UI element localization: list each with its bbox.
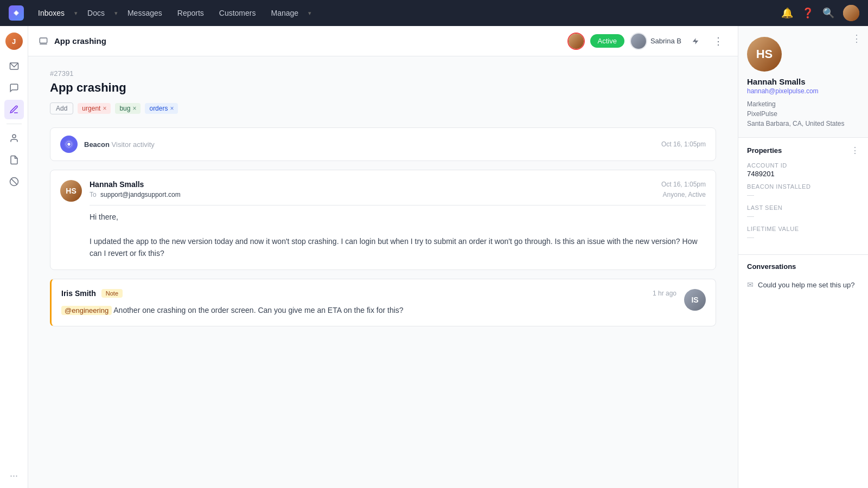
left-sidebar: J ··· (0, 26, 28, 488)
tag-add-button[interactable]: Add (50, 102, 73, 114)
sender-avatar-header[interactable] (567, 33, 585, 50)
nav-manage[interactable]: Manage (265, 5, 304, 21)
notifications-icon[interactable]: 🔔 (781, 7, 793, 19)
bolt-button[interactable] (687, 33, 704, 50)
agent-avatar-header[interactable] (630, 33, 647, 50)
conversation-header-actions: Active Sabrina B ⋮ (567, 33, 727, 50)
contact-detail: Marketing PixelPulse Santa Barbara, CA, … (747, 99, 844, 129)
help-icon[interactable]: ❓ (802, 7, 814, 19)
note-time: 1 hr ago (653, 290, 676, 297)
tag-orders: orders × (145, 103, 178, 114)
conversation-link-text: Could you help me set this up? (758, 281, 855, 289)
contact-more-button[interactable]: ⋮ (852, 33, 861, 44)
properties-more-button[interactable]: ⋮ (851, 145, 859, 156)
user-avatar[interactable] (843, 5, 859, 21)
property-account-id: Account ID 7489201 (747, 162, 859, 178)
nav-messages[interactable]: Messages (122, 5, 168, 21)
sidebar-icon-inbox[interactable] (4, 56, 24, 76)
conversation-link-item[interactable]: ✉ Could you help me set this up? (747, 277, 859, 292)
properties-title: Properties (747, 146, 782, 155)
property-lifetime-value: Lifetime Value — (747, 226, 859, 241)
ticket-title: App crashing (50, 81, 716, 95)
user-sidebar-avatar[interactable]: J (5, 33, 23, 50)
note-sender-avatar: IS (684, 289, 706, 311)
nav-docs[interactable]: Docs (82, 5, 110, 21)
message-time: Oct 16, 1:05pm (661, 181, 706, 188)
note-sender-name: Iris Smith (61, 289, 96, 298)
svg-marker-7 (693, 38, 699, 44)
sidebar-icon-labels[interactable] (4, 172, 24, 191)
right-sidebar: ⋮ HS Hannah Smalls hannah@pixelpulse.com… (738, 26, 868, 488)
agent-label: Sabrina B (630, 33, 681, 50)
conversation-header-icon (39, 37, 48, 46)
search-icon[interactable]: 🔍 (822, 7, 834, 19)
svg-point-8 (67, 143, 70, 145)
tag-urgent-remove[interactable]: × (103, 105, 106, 112)
sidebar-more[interactable]: ··· (10, 470, 18, 481)
note-content: Iris Smith Note 1 hr ago @engineering An… (61, 289, 676, 317)
conversations-section: Conversations ✉ Could you help me set th… (738, 254, 868, 300)
ticket-number: #27391 (50, 69, 716, 78)
nav-inboxes[interactable]: Inboxes (33, 5, 70, 21)
message-content: Hannah Smalls Oct 16, 1:05pm To support@… (90, 180, 706, 260)
sidebar-icon-compose[interactable] (4, 100, 24, 119)
message-body: Hi there, I updated the app to the new v… (90, 211, 706, 260)
nav-reports[interactable]: Reports (172, 5, 209, 21)
message-sender-name: Hannah Smalls (90, 180, 144, 189)
sidebar-icon-reports[interactable] (4, 150, 24, 170)
svg-rect-5 (40, 38, 47, 43)
beacon-icon (60, 136, 78, 153)
more-options-button[interactable]: ⋮ (710, 33, 727, 50)
svg-point-2 (12, 134, 16, 138)
svg-point-0 (15, 12, 18, 15)
conversation-body: #27391 App crashing Add urgent × bug × o… (28, 56, 738, 488)
app-logo[interactable] (9, 5, 24, 21)
status-badge[interactable]: Active (590, 34, 624, 48)
tag-orders-remove[interactable]: × (170, 105, 174, 112)
properties-section: Properties ⋮ Account ID 7489201 Beacon I… (738, 137, 868, 254)
beacon-activity-card: Beacon Visitor activity Oct 16, 1:05pm (50, 127, 716, 161)
beacon-text: Beacon Visitor activity (84, 140, 155, 149)
property-last-seen: Last Seen — (747, 204, 859, 220)
beacon-time: Oct 16, 1:05pm (661, 140, 706, 148)
contact-avatar: HS (747, 37, 782, 72)
top-nav: Inboxes ▾ Docs ▾ Messages Reports Custom… (0, 0, 868, 26)
message-sender-avatar: HS (60, 180, 82, 202)
tag-bug-remove[interactable]: × (132, 105, 136, 112)
conversation-title: App crashing (54, 36, 561, 46)
message-to: To support@jandgsupport.com Anyone, Acti… (90, 191, 706, 198)
sidebar-divider (7, 124, 22, 124)
note-card: Iris Smith Note 1 hr ago @engineering An… (50, 279, 716, 327)
nav-customers[interactable]: Customers (214, 5, 261, 21)
agent-name: Sabrina B (650, 37, 681, 45)
conversation-link-icon: ✉ (747, 280, 754, 289)
contact-name: Hannah Smalls (747, 77, 806, 86)
message-card: HS Hannah Smalls Oct 16, 1:05pm To suppo… (50, 170, 716, 270)
contact-email[interactable]: hannah@pixelpulse.com (747, 87, 819, 95)
main-content: App crashing Active Sabrina B ⋮ (28, 26, 738, 488)
mention-tag: @engineering (61, 306, 112, 315)
tag-urgent: urgent × (78, 103, 111, 114)
note-badge: Note (101, 289, 123, 298)
conversation-header: App crashing Active Sabrina B ⋮ (28, 26, 738, 56)
sidebar-icon-chat[interactable] (4, 78, 24, 98)
property-beacon-installed: Beacon Installed — (747, 183, 859, 199)
contact-header: ⋮ HS Hannah Smalls hannah@pixelpulse.com… (738, 26, 868, 137)
note-body: @engineering Another one crashing on the… (61, 304, 676, 317)
sidebar-icon-contacts[interactable] (4, 129, 24, 148)
conversations-title: Conversations (747, 262, 796, 271)
tag-bug: bug × (115, 103, 141, 114)
svg-line-4 (11, 179, 17, 185)
tags-container: Add urgent × bug × orders × (50, 102, 716, 114)
